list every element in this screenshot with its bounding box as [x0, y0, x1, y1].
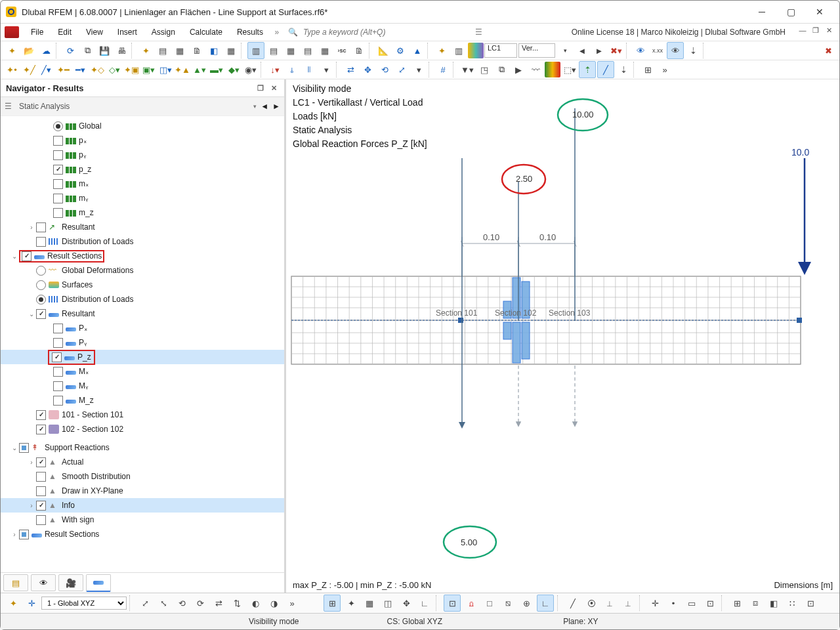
contour-icon[interactable]	[545, 62, 560, 77]
edit-line-icon[interactable]: ╱▾	[38, 62, 54, 77]
line-load-icon[interactable]: ⫰	[284, 62, 300, 77]
bt-icon[interactable]: ✥	[398, 595, 414, 611]
checkbox[interactable]	[36, 237, 46, 247]
options-icon[interactable]: ▾	[318, 62, 334, 77]
cs-select[interactable]: 1 - Global XYZ	[41, 597, 127, 610]
tree-s101[interactable]: 101 - Section 101	[1, 408, 284, 422]
bt-icon[interactable]: ◐	[247, 595, 263, 611]
lc-desc[interactable]: Ver...	[518, 43, 555, 58]
close-button[interactable]: ✕	[805, 3, 834, 21]
tree-py[interactable]: pᵧ	[1, 148, 284, 162]
tree-pz[interactable]: p_z	[1, 162, 284, 177]
bt-icon[interactable]: ∟	[417, 595, 432, 611]
cs-axes-icon[interactable]: ✛	[24, 595, 39, 611]
checkbox[interactable]	[19, 530, 29, 539]
line-sup-icon[interactable]: ▬▾	[209, 62, 224, 77]
menu-more-icon[interactable]: »	[271, 28, 283, 37]
tree-Mz[interactable]: M_z	[1, 393, 284, 408]
checkbox[interactable]	[53, 150, 63, 160]
bt-icon[interactable]: ⟲	[174, 595, 190, 611]
search-input[interactable]	[302, 27, 455, 37]
checkbox[interactable]	[53, 367, 63, 377]
tree-my[interactable]: mᵧ	[1, 191, 284, 205]
close-panel-icon[interactable]: ✕	[268, 83, 279, 93]
tree-result-sections2[interactable]: ›Result Sections	[1, 527, 284, 541]
sync-icon[interactable]: ⟳	[62, 43, 78, 58]
more-edit-icon[interactable]: ▾	[411, 62, 427, 77]
mirror-icon[interactable]: ⇄	[343, 62, 358, 77]
expand-icon[interactable]: ›	[27, 459, 36, 466]
collapse-icon[interactable]: ⌄	[27, 310, 36, 318]
new-member-icon[interactable]: ✦━	[55, 62, 71, 77]
print-icon[interactable]: 🖶	[114, 43, 129, 58]
collapse-icon[interactable]: ⌄	[10, 444, 19, 452]
radio[interactable]	[36, 266, 46, 276]
tree-px[interactable]: pₓ	[1, 133, 284, 148]
checkbox[interactable]	[36, 425, 46, 434]
radio[interactable]	[36, 280, 46, 290]
minimize-button[interactable]: ─	[747, 3, 776, 21]
bt-icon[interactable]: ⟂	[602, 595, 618, 611]
bt-icon[interactable]: ▦	[362, 595, 377, 611]
tab-display-icon[interactable]: 👁	[31, 574, 56, 591]
bt-icon[interactable]: ◑	[266, 595, 282, 611]
panel-icon[interactable]: ◧	[206, 43, 222, 58]
tree-mx[interactable]: mₓ	[1, 177, 284, 191]
clip-box-icon[interactable]: ◳	[476, 62, 492, 77]
mdi-close[interactable]: ✕	[822, 26, 835, 38]
checkbox[interactable]	[53, 136, 63, 146]
doc-icon[interactable]: 🗎	[189, 43, 205, 58]
expand-icon[interactable]: ›	[10, 531, 19, 538]
bt-icon[interactable]: ✛	[647, 595, 663, 611]
maximize-button[interactable]: ▢	[776, 3, 805, 21]
tree-mz[interactable]: m_z	[1, 205, 284, 220]
checkbox[interactable]	[36, 222, 46, 232]
new-sup-icon[interactable]: ✦▲	[175, 62, 190, 77]
new-nav-icon[interactable]: ✦	[138, 43, 154, 58]
tree-distloads2[interactable]: Distribution of Loads	[1, 292, 284, 306]
force-load-icon[interactable]: ↓▾	[267, 62, 283, 77]
tree-surfaces[interactable]: Surfaces	[1, 278, 284, 292]
nav-views-icon[interactable]: ▦	[283, 43, 299, 58]
tree-Py[interactable]: Pᵧ	[1, 335, 284, 350]
checkbox[interactable]	[53, 381, 63, 391]
tree-global[interactable]: Global	[1, 119, 284, 133]
nodal-sup-icon[interactable]: ▲▾	[192, 62, 207, 77]
results-toggle-icon[interactable]: 👁	[667, 42, 684, 59]
tree-resultant[interactable]: ›↗Resultant	[1, 220, 284, 234]
tree-Px[interactable]: Pₓ	[1, 321, 284, 335]
new-node-icon[interactable]: ✦•	[4, 62, 20, 77]
bt-icon[interactable]: ⇄	[211, 595, 226, 611]
lc-dropdown-icon[interactable]: ▾	[557, 43, 573, 58]
collapse-icon[interactable]: ⌄	[10, 253, 19, 260]
analysis-dropdown[interactable]: ☰ Static Analysis ▾ ◄ ►	[1, 97, 284, 116]
tree-resultant2[interactable]: ⌄Resultant	[1, 306, 284, 321]
view-anim-icon[interactable]: ▶	[511, 62, 526, 77]
new-solid-icon[interactable]: ✦▣	[123, 62, 139, 77]
measure-icon[interactable]: x.xx	[650, 43, 665, 58]
menu-insert[interactable]: Insert	[111, 26, 144, 39]
checkbox[interactable]	[53, 208, 63, 218]
checkbox[interactable]	[53, 165, 63, 175]
to-script-icon[interactable]: ›sc	[334, 43, 350, 58]
lc-list-icon[interactable]: ▥	[451, 43, 467, 58]
save-icon[interactable]: 💾	[96, 43, 112, 58]
checkbox[interactable]	[53, 194, 63, 203]
checkbox[interactable]	[53, 338, 63, 348]
radio[interactable]	[53, 121, 63, 131]
surf-sup-icon[interactable]: ◆▾	[226, 62, 242, 77]
tree-distloads[interactable]: Distribution of Loads	[1, 234, 284, 249]
lc-next-icon[interactable]: ►	[591, 43, 607, 58]
radio[interactable]	[36, 295, 46, 304]
scale-icon[interactable]: ⤢	[394, 62, 410, 77]
nav-project-icon[interactable]: ▥	[247, 42, 264, 59]
bt-icon[interactable]: ⊞	[729, 595, 745, 611]
tree-Mx[interactable]: Mₓ	[1, 364, 284, 379]
new-lc-icon[interactable]: ✦	[434, 43, 450, 58]
bt-icon[interactable]: ⧅	[500, 595, 516, 611]
menu-assign[interactable]: Assign	[145, 26, 182, 39]
undock-icon[interactable]: ❐	[255, 83, 266, 93]
bt-icon[interactable]: ⊕	[518, 595, 534, 611]
snap-icon[interactable]: ⊡	[444, 595, 461, 612]
bt-icon[interactable]: □	[482, 595, 497, 611]
